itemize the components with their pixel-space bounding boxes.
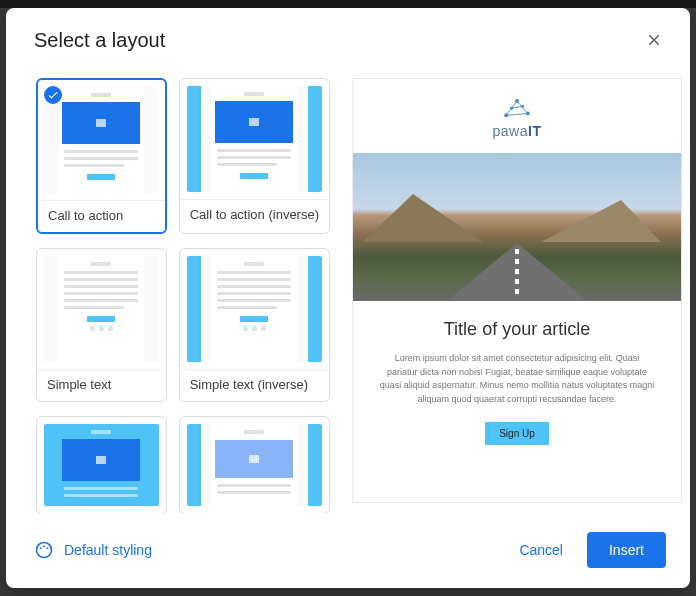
default-styling-button[interactable]: Default styling — [34, 540, 152, 560]
palette-icon — [34, 540, 54, 560]
layout-option-call-to-action-inverse[interactable]: Call to action (inverse) — [179, 78, 330, 234]
layout-thumbnail — [187, 86, 322, 192]
brand-name: pawaIT — [493, 123, 542, 139]
preview-document: pawaIT Title of your article Lorem ipsum… — [352, 78, 682, 503]
footer-actions: Cancel Insert — [505, 532, 666, 568]
layout-thumbnail — [45, 87, 158, 193]
layout-thumbnail — [44, 424, 159, 506]
layout-label: Call to action (inverse) — [180, 199, 329, 231]
close-button[interactable] — [640, 26, 668, 54]
layout-picker-modal: Select a layout — [6, 8, 690, 588]
cancel-button[interactable]: Cancel — [505, 534, 577, 566]
layout-option-call-to-action[interactable]: Call to action — [36, 78, 167, 234]
layout-option-5[interactable] — [36, 416, 167, 513]
modal-title: Select a layout — [34, 29, 165, 52]
default-styling-label: Default styling — [64, 542, 152, 558]
layout-label: Simple text (inverse) — [180, 369, 329, 401]
layout-option-simple-text[interactable]: Simple text — [36, 248, 167, 402]
layout-thumbnail — [44, 256, 159, 362]
layout-thumbnail — [187, 424, 322, 506]
svg-point-5 — [515, 99, 519, 103]
modal-footer: Default styling Cancel Insert — [6, 513, 690, 588]
svg-point-9 — [37, 543, 52, 558]
preview-article-text: Lorem ipsum dolor sit amet consectetur a… — [379, 352, 655, 406]
svg-point-12 — [46, 547, 48, 549]
layout-option-simple-text-inverse[interactable]: Simple text (inverse) — [179, 248, 330, 402]
layout-thumbnail — [187, 256, 322, 362]
layout-option-6[interactable] — [179, 416, 330, 513]
preview-article-title: Title of your article — [379, 319, 655, 340]
svg-point-11 — [43, 545, 45, 547]
layout-label: Call to action — [38, 200, 165, 232]
layouts-grid: Call to action Call to action (inverse) — [36, 78, 330, 513]
svg-line-2 — [506, 114, 528, 116]
brand-logo-icon — [499, 97, 535, 121]
preview-article: Title of your article Lorem ipsum dolor … — [353, 301, 681, 469]
modal-body: Call to action Call to action (inverse) — [6, 68, 690, 513]
close-icon — [645, 31, 663, 49]
preview-brand: pawaIT — [353, 79, 681, 153]
preview-signup-button: Sign Up — [485, 422, 549, 445]
svg-point-8 — [521, 105, 524, 108]
insert-button[interactable]: Insert — [587, 532, 666, 568]
preview-panel[interactable]: pawaIT Title of your article Lorem ipsum… — [338, 68, 690, 513]
svg-point-7 — [510, 106, 513, 109]
svg-point-4 — [504, 113, 508, 117]
selected-check-icon — [42, 84, 64, 106]
svg-point-10 — [40, 547, 42, 549]
layouts-panel[interactable]: Call to action Call to action (inverse) — [26, 68, 338, 513]
svg-point-6 — [526, 112, 530, 116]
preview-hero-image — [353, 153, 681, 301]
layout-label: Simple text — [37, 369, 166, 401]
modal-header: Select a layout — [6, 8, 690, 68]
